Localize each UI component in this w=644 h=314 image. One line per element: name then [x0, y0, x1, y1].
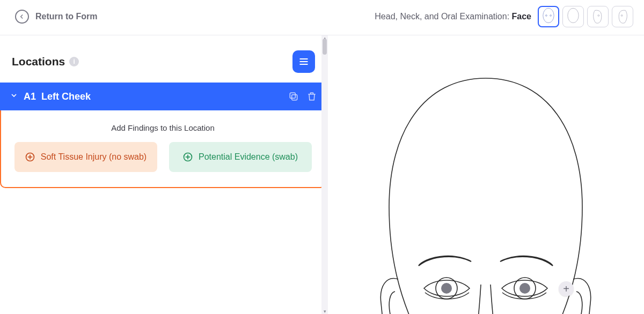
thumb-face-right[interactable]	[612, 6, 633, 27]
scroll-thumb[interactable]	[323, 39, 327, 55]
return-to-form-link[interactable]: Return to Form	[15, 10, 98, 24]
potential-evidence-button[interactable]: Potential Evidence (swab)	[169, 142, 312, 172]
menu-icon	[298, 57, 309, 66]
plus-circle-icon	[182, 152, 193, 162]
chevron-down-icon	[10, 91, 18, 102]
svg-point-1	[546, 14, 547, 16]
svg-point-18	[441, 283, 452, 294]
potential-evidence-label: Potential Evidence (swab)	[199, 152, 298, 162]
add-findings-title: Add Findings to this Location	[11, 123, 315, 132]
locations-menu-button[interactable]	[292, 50, 315, 73]
return-label: Return to Form	[35, 12, 98, 21]
soft-tissue-injury-button[interactable]: Soft Tissue Injury (no swab)	[14, 142, 157, 172]
add-location-marker[interactable]: +	[559, 281, 574, 296]
exam-prefix: Head, Neck, and Oral Examination:	[375, 12, 511, 21]
exam-location-label: Head, Neck, and Oral Examination: Face	[375, 12, 531, 21]
view-thumbnails	[538, 6, 633, 27]
location-item-header[interactable]: A1 Left Cheek	[0, 83, 327, 110]
svg-point-5	[621, 14, 623, 16]
svg-rect-9	[292, 95, 297, 100]
svg-point-0	[543, 8, 554, 23]
location-name: Left Cheek	[41, 91, 91, 102]
exam-current: Face	[512, 12, 531, 21]
copy-icon[interactable]	[288, 91, 299, 102]
svg-rect-10	[290, 93, 295, 98]
trash-icon[interactable]	[306, 91, 317, 102]
locations-title: Locations i	[12, 55, 79, 68]
soft-tissue-injury-label: Soft Tissue Injury (no swab)	[41, 152, 147, 162]
body-diagram-face[interactable]: +	[327, 35, 644, 314]
add-findings-panel: Add Findings to this Location Soft Tissu…	[0, 110, 326, 188]
svg-point-20	[519, 283, 530, 294]
plus-icon: +	[563, 283, 569, 295]
location-code: A1	[24, 91, 36, 102]
svg-point-4	[598, 14, 599, 16]
svg-point-3	[568, 8, 579, 23]
arrow-left-circle-icon	[15, 10, 29, 24]
face-illustration	[360, 68, 612, 314]
svg-point-2	[550, 14, 552, 16]
locations-panel: Locations i A1 Left Cheek Add Findings t…	[0, 35, 327, 314]
thumb-face-left[interactable]	[587, 6, 609, 27]
thumb-face-front[interactable]	[538, 6, 559, 27]
thumb-face-back[interactable]	[562, 6, 584, 27]
info-icon[interactable]: i	[69, 57, 79, 66]
plus-circle-icon	[25, 152, 35, 162]
